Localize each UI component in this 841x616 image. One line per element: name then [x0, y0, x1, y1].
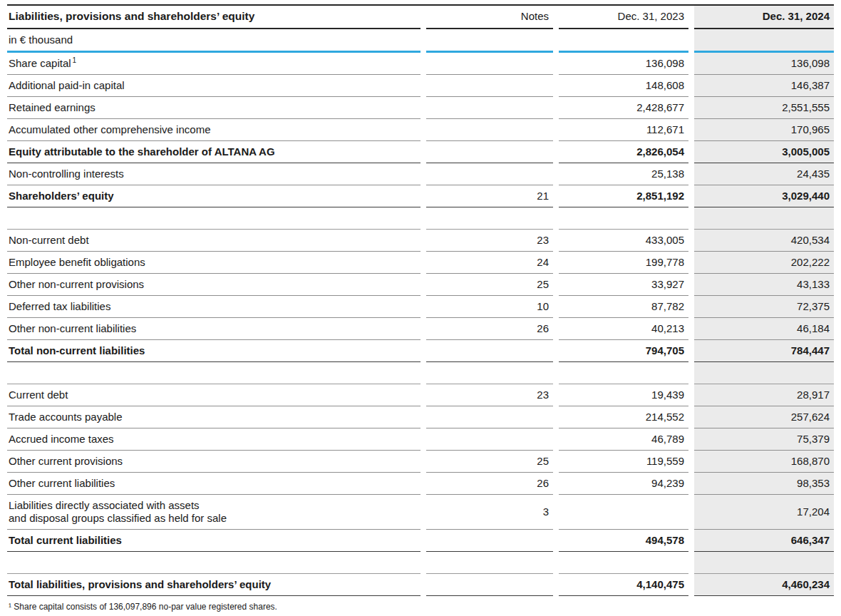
- column-header-dec-31-2023: Dec. 31, 2023: [559, 6, 688, 29]
- row-value-2024: 17,204: [694, 495, 834, 530]
- row-label: Deferred tax liabilities: [7, 296, 420, 318]
- table-row: Current debt2319,43928,917: [7, 384, 834, 406]
- row-note: 3: [426, 495, 553, 530]
- row-value-2023: 94,239: [559, 473, 688, 495]
- row-value-2024: 170,965: [694, 119, 834, 141]
- table-row: Total non-current liabilities794,705784,…: [7, 340, 834, 362]
- row-note: [426, 119, 553, 141]
- row-label: Trade accounts payable: [7, 406, 420, 428]
- table-row: Employee benefit obligations24199,778202…: [7, 252, 834, 274]
- table-row: Equity attributable to the shareholder o…: [7, 141, 834, 163]
- spacer-cell: [7, 362, 420, 384]
- balance-sheet-table: Liabilities, provisions and shareholders…: [7, 4, 834, 596]
- spacer-row: [7, 207, 834, 230]
- table-row: Other current provisions25119,559168,870: [7, 451, 834, 473]
- table-row: Liabilities directly associated with ass…: [7, 495, 834, 530]
- spacer-cell: [559, 552, 688, 574]
- table-row: Retained earnings2,428,6772,551,555: [7, 97, 834, 119]
- table-row: Other current liabilities2694,23998,353: [7, 473, 834, 495]
- row-label: Employee benefit obligations: [7, 252, 420, 274]
- spacer-row: [7, 552, 834, 574]
- table-row: Shareholders’ equity212,851,1923,029,440: [7, 185, 834, 207]
- row-note: [426, 406, 553, 428]
- row-note: [426, 340, 553, 362]
- spacer-cell: [426, 207, 553, 230]
- row-value-2024: 28,917: [694, 384, 834, 406]
- row-value-2023: 199,778: [559, 252, 688, 274]
- row-note: 24: [426, 252, 553, 274]
- row-value-2024: 75,379: [694, 428, 834, 451]
- row-value-2023: 40,213: [559, 318, 688, 340]
- row-note: 23: [426, 384, 553, 406]
- row-label: Liabilities directly associated with ass…: [7, 495, 420, 530]
- footnote-ref: 1: [73, 56, 77, 64]
- row-value-2023: 2,851,192: [559, 185, 688, 207]
- row-note: [426, 53, 553, 75]
- row-value-2024: 46,184: [694, 318, 834, 340]
- row-label: Other non-current provisions: [7, 274, 420, 296]
- row-value-2024: 72,375: [694, 296, 834, 318]
- table-title: Liabilities, provisions and shareholders…: [7, 6, 420, 29]
- row-value-2023: 433,005: [559, 230, 688, 252]
- liabilities-equity-table: Liabilities, provisions and shareholders…: [1, 6, 840, 596]
- row-label: Current debt: [7, 384, 420, 406]
- unit-label: in € thousand: [7, 29, 420, 53]
- row-value-2024: 257,624: [694, 406, 834, 428]
- row-label: Non-controlling interests: [7, 163, 420, 185]
- row-value-2023: 2,428,677: [559, 97, 688, 119]
- row-note: 26: [426, 473, 553, 495]
- table-row: Accumulated other comprehensive income11…: [7, 119, 834, 141]
- footnote: ¹ Share capital consists of 136,097,896 …: [7, 596, 834, 612]
- row-label: Retained earnings: [7, 97, 420, 119]
- table-row: Non-controlling interests25,13824,435: [7, 163, 834, 185]
- column-header-notes: Notes: [426, 6, 553, 29]
- row-note: 25: [426, 451, 553, 473]
- row-label: Additional paid-in capital: [7, 75, 420, 97]
- row-label: Total current liabilities: [7, 530, 420, 552]
- row-note: [426, 574, 553, 596]
- spacer-cell: [559, 207, 688, 230]
- row-label: Equity attributable to the shareholder o…: [7, 141, 420, 163]
- financial-statement-page: Liabilities, provisions and shareholders…: [7, 4, 834, 612]
- row-value-2023: 112,671: [559, 119, 688, 141]
- row-label: Accrued income taxes: [7, 428, 420, 451]
- row-note: [426, 530, 553, 552]
- row-value-2023: 148,608: [559, 75, 688, 97]
- row-value-2024: 784,447: [694, 340, 834, 362]
- row-note: 10: [426, 296, 553, 318]
- table-row: Accrued income taxes46,78975,379: [7, 428, 834, 451]
- row-value-2024: 98,353: [694, 473, 834, 495]
- row-value-2024: 136,098: [694, 53, 834, 75]
- spacer-cell: [694, 207, 834, 230]
- row-value-2024: 168,870: [694, 451, 834, 473]
- row-value-2023: 33,927: [559, 274, 688, 296]
- table-body: Share capital1136,098136,098Additional p…: [7, 53, 834, 596]
- row-label: Share capital1: [7, 53, 420, 75]
- row-label: Other non-current liabilities: [7, 318, 420, 340]
- spacer-cell: [694, 362, 834, 384]
- spacer-cell: [7, 207, 420, 230]
- table-row: Trade accounts payable214,552257,624: [7, 406, 834, 428]
- row-value-2023: 46,789: [559, 428, 688, 451]
- row-note: 25: [426, 274, 553, 296]
- row-value-2024: 146,387: [694, 75, 834, 97]
- row-label: Accumulated other comprehensive income: [7, 119, 420, 141]
- row-value-2024: 646,347: [694, 530, 834, 552]
- row-value-2023: 25,138: [559, 163, 688, 185]
- row-value-2023: 794,705: [559, 340, 688, 362]
- row-note: [426, 163, 553, 185]
- unit-row: in € thousand: [7, 29, 834, 53]
- row-value-2024: 4,460,234: [694, 574, 834, 596]
- row-label: Total liabilities, provisions and shareh…: [7, 574, 420, 596]
- row-note: 26: [426, 318, 553, 340]
- table-row: Deferred tax liabilities1087,78272,375: [7, 296, 834, 318]
- row-note: [426, 428, 553, 451]
- row-value-2024: 202,222: [694, 252, 834, 274]
- row-label: Total non-current liabilities: [7, 340, 420, 362]
- unit-row-cell: [426, 29, 553, 53]
- row-value-2023: 2,826,054: [559, 141, 688, 163]
- spacer-cell: [559, 362, 688, 384]
- row-value-2023: [559, 495, 688, 530]
- row-value-2024: 24,435: [694, 163, 834, 185]
- table-row: Share capital1136,098136,098: [7, 53, 834, 75]
